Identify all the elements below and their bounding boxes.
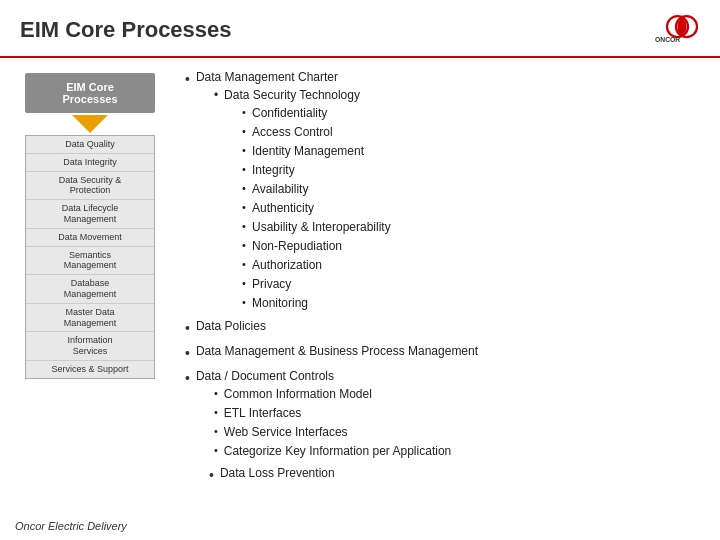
bullet-dot: • xyxy=(185,343,190,364)
bullet-etl: • ETL Interfaces xyxy=(214,404,451,422)
svg-text:ONCOR: ONCOR xyxy=(655,36,680,43)
bullet-data-doc-controls: • Data / Document Controls • Common Info… xyxy=(185,367,705,461)
list-item: Data Quality xyxy=(26,136,154,154)
bullet-dot: • xyxy=(209,465,214,486)
bullet-authenticity: • Authenticity xyxy=(242,199,391,217)
bullet-access-control: • Access Control xyxy=(242,123,391,141)
bullet-categorize: • Categorize Key Information per Applica… xyxy=(214,442,451,460)
data-security-tech-text: Data Security Technology xyxy=(224,88,360,102)
bullet-dot: • xyxy=(242,180,246,197)
monitoring-text: Monitoring xyxy=(252,294,308,312)
bullet-dot: • xyxy=(242,256,246,273)
usability-text: Usability & Interoperability xyxy=(252,218,391,236)
bottom-label: Oncor Electric Delivery xyxy=(15,520,127,532)
list-item: DatabaseManagement xyxy=(26,275,154,304)
list-item: Data Security &Protection xyxy=(26,172,154,201)
bullet-dot: • xyxy=(242,199,246,216)
bullet-dot: • xyxy=(214,442,218,459)
non-repudiation-text: Non-Repudiation xyxy=(252,237,342,255)
bullet-availability: • Availability xyxy=(242,180,391,198)
bullet-dot: • xyxy=(185,368,190,389)
bullet-dot: • xyxy=(242,104,246,121)
page-title: EIM Core Processes xyxy=(20,17,232,43)
bullet-confidentiality: • Confidentiality xyxy=(242,104,391,122)
list-item: Data LifecycleManagement xyxy=(26,200,154,229)
bullet-dot: • xyxy=(242,123,246,140)
right-panel: • Data Management Charter • Data Securit… xyxy=(170,68,710,538)
etl-text: ETL Interfaces xyxy=(224,404,302,422)
authenticity-text: Authenticity xyxy=(252,199,314,217)
bullet-cim: • Common Information Model xyxy=(214,385,451,403)
arrow-down-icon xyxy=(72,115,108,133)
bullet-identity-mgmt: • Identity Management xyxy=(242,142,391,160)
oncor-logo: ONCOR xyxy=(640,10,700,50)
data-loss-prev-text: Data Loss Prevention xyxy=(220,464,335,482)
bullet-dot: • xyxy=(242,161,246,178)
data-mgmt-charter-text: Data Management Charter xyxy=(196,70,338,84)
eim-core-box: EIM CoreProcesses xyxy=(25,73,155,113)
cim-text: Common Information Model xyxy=(224,385,372,403)
list-item: Data Movement xyxy=(26,229,154,247)
authorization-text: Authorization xyxy=(252,256,322,274)
data-doc-controls-text: Data / Document Controls xyxy=(196,369,334,383)
bullet-dot: • xyxy=(242,142,246,159)
bullet-dot: • xyxy=(214,423,218,440)
bullet-dot: • xyxy=(242,294,246,311)
bullet-usability: • Usability & Interoperability xyxy=(242,218,391,236)
bullet-data-loss-prev: • Data Loss Prevention xyxy=(209,464,705,486)
bullet-integrity: • Integrity xyxy=(242,161,391,179)
bullet-dot: • xyxy=(242,275,246,292)
bullet-dot: • xyxy=(214,86,218,104)
bullet-data-mgmt-bpm: • Data Management & Business Process Man… xyxy=(185,342,705,364)
list-item: SemanticsManagement xyxy=(26,247,154,276)
header: EIM Core Processes ONCOR xyxy=(0,0,720,58)
list-item: InformationServices xyxy=(26,332,154,361)
data-mgmt-bpm-text: Data Management & Business Process Manag… xyxy=(196,342,478,360)
bullet-privacy: • Privacy xyxy=(242,275,391,293)
left-panel: EIM CoreProcesses Data Quality Data Inte… xyxy=(10,68,170,538)
list-item: Master DataManagement xyxy=(26,304,154,333)
bullet-authorization: • Authorization xyxy=(242,256,391,274)
bullet-dot: • xyxy=(242,218,246,235)
data-policies-text: Data Policies xyxy=(196,317,266,335)
bullet-dot: • xyxy=(185,69,190,90)
web-service-text: Web Service Interfaces xyxy=(224,423,348,441)
identity-mgmt-text: Identity Management xyxy=(252,142,364,160)
privacy-text: Privacy xyxy=(252,275,291,293)
bullet-data-policies: • Data Policies xyxy=(185,317,705,339)
bullet-web-service: • Web Service Interfaces xyxy=(214,423,451,441)
process-list: Data Quality Data Integrity Data Securit… xyxy=(25,135,155,379)
bullet-data-mgmt-charter: • Data Management Charter • Data Securit… xyxy=(185,68,705,314)
list-item: Services & Support xyxy=(26,361,154,378)
list-item: Data Integrity xyxy=(26,154,154,172)
availability-text: Availability xyxy=(252,180,308,198)
access-control-text: Access Control xyxy=(252,123,333,141)
bullet-data-security-tech: • Data Security Technology • Confidentia… xyxy=(214,86,391,313)
bullet-monitoring: • Monitoring xyxy=(242,294,391,312)
bullet-dot: • xyxy=(214,404,218,421)
categorize-text: Categorize Key Information per Applicati… xyxy=(224,442,451,460)
confidentiality-text: Confidentiality xyxy=(252,104,327,122)
bullet-dot: • xyxy=(185,318,190,339)
bullet-dot: • xyxy=(242,237,246,254)
integrity-text: Integrity xyxy=(252,161,295,179)
main-content: EIM CoreProcesses Data Quality Data Inte… xyxy=(0,58,720,538)
bullet-dot: • xyxy=(214,385,218,402)
bullet-non-repudiation: • Non-Repudiation xyxy=(242,237,391,255)
